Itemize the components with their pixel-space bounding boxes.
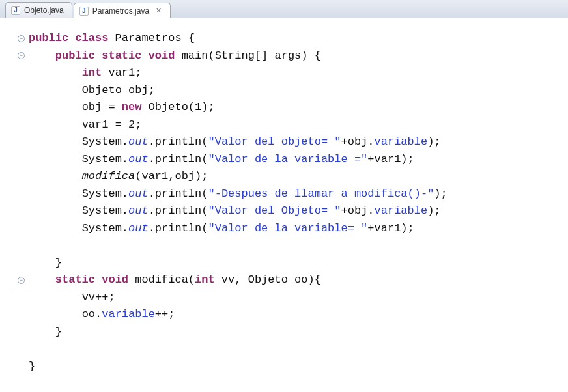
- fold-toggle-icon[interactable]: −: [18, 52, 25, 59]
- line: var1 = 2;: [29, 119, 141, 131]
- tab-label: Objeto.java: [24, 6, 64, 15]
- tab-label: Parametros.java: [92, 7, 149, 16]
- line: }: [29, 360, 35, 372]
- line: [29, 239, 35, 251]
- java-file-icon: J: [11, 6, 20, 15]
- line: [29, 343, 35, 355]
- line: obj = new Objeto(1);: [29, 101, 215, 113]
- line: public class Parametros {: [29, 32, 195, 44]
- line: vv++;: [29, 291, 115, 303]
- line: System.out.println("Valor del objeto= "+…: [29, 135, 441, 148]
- line: System.out.println("Valor de la variable…: [29, 153, 414, 165]
- line: public static void main(String[] args) {: [29, 49, 321, 62]
- line: System.out.println("Valor de la variable…: [29, 222, 414, 234]
- editor: − − − public class Parametros { public s…: [0, 18, 568, 392]
- line: System.out.println("Valor del Objeto= "+…: [29, 204, 441, 217]
- tab-parametros[interactable]: J Parametros.java ✕: [74, 3, 171, 18]
- line: oo.variable++;: [29, 308, 175, 320]
- close-icon[interactable]: ✕: [154, 7, 162, 15]
- fold-toggle-icon[interactable]: −: [18, 35, 25, 42]
- line: modifica(var1,obj);: [29, 170, 208, 182]
- code-area[interactable]: public class Parametros { public static …: [29, 18, 568, 392]
- gutter: − − −: [0, 18, 29, 392]
- line: Objeto obj;: [29, 84, 155, 96]
- line: }: [29, 257, 62, 269]
- line: }: [29, 326, 62, 338]
- java-file-icon: J: [79, 7, 89, 16]
- tab-objeto[interactable]: J Objeto.java: [5, 2, 72, 18]
- line: static void modifica(int vv, Objeto oo){: [29, 273, 321, 286]
- line: int var1;: [29, 66, 141, 79]
- fold-toggle-icon[interactable]: −: [18, 277, 25, 284]
- tab-bar: J Objeto.java J Parametros.java ✕: [0, 0, 568, 18]
- line: System.out.println("-Despues de llamar a…: [29, 188, 447, 200]
